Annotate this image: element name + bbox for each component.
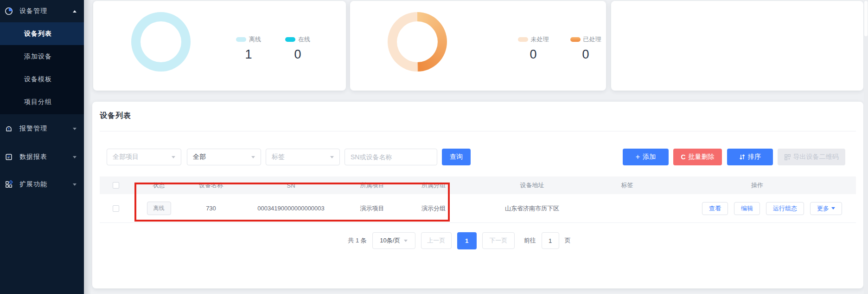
next-page-button[interactable]: 下一页 [482,232,515,249]
empty-card [611,1,863,91]
device-status-card: 离线 1 在线 0 [93,1,346,91]
sidebar-item-add-device[interactable]: 添加设备 [0,45,84,68]
sort-button[interactable]: 排序 [727,149,773,165]
sidebar-item-device-management[interactable]: 设备管理 [0,0,84,22]
sidebar-item-data-report[interactable]: 数据报表 [0,146,84,168]
cell-sn: 00034190000000000003 [236,205,345,212]
pending-swatch-icon [518,37,528,42]
pie-chart-icon [5,7,13,15]
page-unit-label: 页 [565,236,571,245]
table-header-row: 状态 设备名称 SN 所属项目 所属分组 设备地址 标签 操作 [100,176,856,194]
goto-label: 前往 [524,236,536,245]
export-qr-button[interactable]: 导出设备二维码 [778,149,845,165]
processed-swatch-icon [570,37,581,42]
legend-label: 在线 [298,35,310,44]
search-input[interactable] [345,149,437,165]
sidebar-edge-shadow [84,0,91,294]
apps-icon [5,180,13,189]
page-title: 设备列表 [100,111,131,121]
button-label: 导出设备二维码 [793,153,839,161]
device-status-legend: 离线 1 在线 0 [228,35,319,62]
sidebar-item-label: 报警管理 [19,124,47,133]
legend-label: 未处理 [531,35,549,44]
page-size-select[interactable]: 10条/页 [372,232,415,249]
table-row: 离线 730 00034190000000000003 演示项目 演示分组 山东… [100,194,856,223]
chevron-up-icon [73,10,77,13]
select-value: 全部 [193,153,251,161]
chevron-down-icon [73,128,77,130]
chevron-down-icon [251,156,255,158]
select-all-checkbox[interactable] [113,182,119,189]
legend-item-processed: 已处理 0 [565,35,606,62]
legend-value: 1 [245,47,252,62]
total-count-label: 共 1 条 [348,236,366,245]
cell-device-name: 730 [185,205,236,212]
chevron-down-icon [404,240,408,242]
online-swatch-icon [285,37,295,42]
chevron-down-icon [831,207,835,209]
status-filter-select[interactable]: 全部 [187,149,261,165]
legend-label: 离线 [249,35,261,44]
button-label: 排序 [748,153,761,161]
sub-item-label: 项目分组 [24,98,52,106]
legend-item-online: 在线 0 [277,35,319,62]
query-button[interactable]: 查询 [442,149,471,165]
scrollbar-thumb[interactable] [864,1,868,36]
select-value: 全部项目 [113,153,172,161]
column-header-sn: SN [236,182,345,189]
run-configuration-button[interactable]: 运行组态 [766,202,804,215]
column-header-operations: 操作 [658,181,856,189]
qr-code-icon [785,154,791,160]
divider [100,131,856,131]
tag-filter-select[interactable]: 标签 [266,149,340,165]
refresh-c-icon: C [681,153,685,161]
sidebar-item-device-list[interactable]: 设备列表 [0,22,84,45]
device-list-panel: 设备列表 全部项目 全部 标签 查询 + 添加 C 批量删除 排序 [92,102,863,288]
status-badge: 离线 [147,202,171,215]
column-header-status: 状态 [132,181,185,189]
sidebar-item-alarm-management[interactable]: 报警管理 [0,118,84,140]
scrollbar-track [864,0,868,294]
button-label: 更多 [817,204,829,213]
batch-delete-button[interactable]: C 批量删除 [673,149,722,165]
row-checkbox[interactable] [113,205,119,212]
column-header-project: 所属项目 [345,181,399,189]
more-dropdown-button[interactable]: 更多 [810,202,842,215]
select-value: 标签 [272,153,330,161]
legend-value: 0 [530,47,536,62]
sort-arrows-icon [739,154,745,160]
project-filter-select[interactable]: 全部项目 [107,149,181,165]
chevron-down-icon [73,156,77,158]
device-status-donut-chart [131,12,191,72]
goto-page-input[interactable] [542,232,559,249]
chevron-down-icon [73,183,77,186]
sub-item-label: 添加设备 [24,52,52,61]
sub-item-label: 设备列表 [24,30,52,38]
report-icon [5,153,13,161]
chevron-down-icon [330,156,334,158]
device-management-submenu: 设备列表 添加设备 设备模板 项目分组 [0,22,84,114]
sidebar-item-label: 数据报表 [19,153,47,161]
column-header-address: 设备地址 [468,181,596,189]
cell-group: 演示分组 [399,204,468,213]
sidebar: 设备管理 设备列表 添加设备 设备模板 项目分组 报警管理 [0,0,84,294]
cell-operations: 查看 编辑 运行组态 更多 [658,202,856,215]
alarm-status-donut-chart [388,12,447,72]
view-button[interactable]: 查看 [702,202,728,215]
column-header-group: 所属分组 [399,181,468,189]
button-label: 批量删除 [689,153,715,161]
alarm-icon [5,124,13,133]
page-1-button[interactable]: 1 [457,232,477,249]
legend-value: 0 [294,47,301,62]
add-button[interactable]: + 添加 [623,149,669,165]
sidebar-item-extended-functions[interactable]: 扩展功能 [0,173,84,196]
plus-icon: + [636,153,640,161]
previous-page-button[interactable]: 上一页 [421,232,452,249]
sidebar-item-label: 扩展功能 [19,180,47,189]
sidebar-item-project-group[interactable]: 项目分组 [0,91,84,113]
sidebar-item-device-template[interactable]: 设备模板 [0,68,84,91]
offline-swatch-icon [236,37,246,42]
sub-item-label: 设备模板 [24,75,52,84]
edit-button[interactable]: 编辑 [734,202,760,215]
legend-value: 0 [582,47,589,62]
